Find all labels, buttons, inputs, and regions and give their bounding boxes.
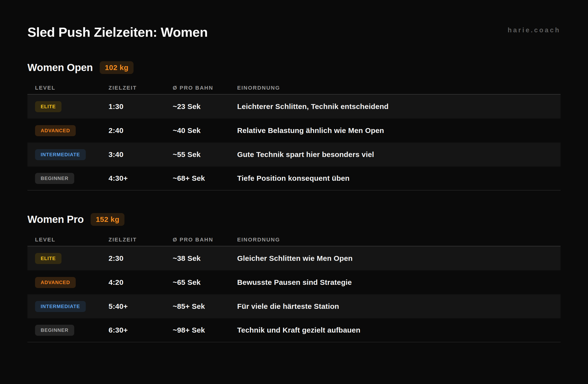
table-header-row: LEVEL ZIELZEIT Ø PRO BAHN EINORDNUNG — [27, 234, 561, 246]
column-header-level: LEVEL — [35, 85, 108, 91]
column-header-level: LEVEL — [35, 237, 108, 243]
section-title: Women Pro — [27, 214, 84, 225]
pro-bahn-value: ~40 Sek — [173, 126, 237, 135]
column-header-pro-bahn: Ø PRO BAHN — [173, 85, 237, 91]
section-head: Women Pro 152 kg — [27, 213, 561, 226]
einordnung-text: Für viele die härteste Station — [237, 302, 561, 310]
section-head: Women Open 102 kg — [27, 61, 561, 74]
table-row: ELITE 2:30 ~38 Sek Gleicher Schlitten wi… — [27, 246, 561, 270]
level-badge-elite: ELITE — [35, 101, 62, 112]
column-header-zielzeit: ZIELZEIT — [108, 85, 173, 91]
section-women-open: Women Open 102 kg LEVEL ZIELZEIT Ø PRO B… — [27, 61, 561, 191]
table-row: ADVANCED 4:20 ~65 Sek Bewusste Pausen si… — [27, 270, 561, 294]
pro-bahn-value: ~23 Sek — [173, 102, 237, 111]
table-header-row: LEVEL ZIELZEIT Ø PRO BAHN EINORDNUNG — [27, 82, 561, 95]
einordnung-text: Leichterer Schlitten, Technik entscheide… — [237, 102, 561, 111]
column-header-einordnung: EINORDNUNG — [237, 85, 561, 91]
pro-bahn-value: ~55 Sek — [173, 150, 237, 159]
einordnung-text: Relative Belastung ähnlich wie Men Open — [237, 126, 561, 135]
level-badge-elite: ELITE — [35, 253, 62, 264]
einordnung-text: Technik und Kraft gezielt aufbauen — [237, 326, 561, 334]
einordnung-text: Bewusste Pausen sind Strategie — [237, 278, 561, 286]
level-badge-intermediate: INTERMEDIATE — [35, 301, 86, 312]
table-row: INTERMEDIATE 5:40+ ~85+ Sek Für viele di… — [27, 294, 561, 318]
zielzeit-value: 3:40 — [108, 150, 173, 159]
section-title: Women Open — [27, 62, 93, 74]
page: Sled Push Zielzeiten: Women harie.coach … — [0, 0, 588, 342]
table-row: INTERMEDIATE 3:40 ~55 Sek Gute Technik s… — [27, 142, 561, 166]
zielzeit-value: 1:30 — [108, 102, 173, 111]
table-row: BEGINNER 4:30+ ~68+ Sek Tiefe Position k… — [27, 166, 561, 191]
pro-bahn-value: ~98+ Sek — [173, 326, 237, 334]
zielzeit-value: 6:30+ — [108, 326, 173, 334]
column-header-pro-bahn: Ø PRO BAHN — [173, 237, 237, 243]
pro-bahn-value: ~85+ Sek — [173, 302, 237, 310]
table-row: ADVANCED 2:40 ~40 Sek Relative Belastung… — [27, 119, 561, 142]
zielzeit-value: 4:30+ — [108, 174, 173, 182]
column-header-zielzeit: ZIELZEIT — [108, 237, 173, 243]
section-women-pro: Women Pro 152 kg LEVEL ZIELZEIT Ø PRO BA… — [27, 213, 561, 342]
pro-bahn-value: ~68+ Sek — [173, 174, 237, 182]
level-badge-advanced: ADVANCED — [35, 125, 76, 136]
zielzeit-value: 2:40 — [108, 126, 173, 135]
brand-logo: harie.coach — [508, 26, 561, 34]
column-header-einordnung: EINORDNUNG — [237, 237, 561, 243]
zielzeit-value: 4:20 — [108, 278, 173, 286]
pro-bahn-value: ~65 Sek — [173, 278, 237, 286]
zielzeit-value: 2:30 — [108, 254, 173, 263]
level-badge-beginner: BEGINNER — [35, 173, 74, 184]
einordnung-text: Gleicher Schlitten wie Men Open — [237, 254, 561, 263]
weight-badge: 102 kg — [100, 61, 133, 74]
table-row: BEGINNER 6:30+ ~98+ Sek Technik und Kraf… — [27, 318, 561, 342]
level-badge-beginner: BEGINNER — [35, 325, 74, 336]
page-title: Sled Push Zielzeiten: Women — [27, 24, 208, 40]
zielzeit-value: 5:40+ — [108, 302, 173, 310]
level-badge-intermediate: INTERMEDIATE — [35, 149, 86, 160]
targets-table: LEVEL ZIELZEIT Ø PRO BAHN EINORDNUNG ELI… — [27, 82, 561, 191]
einordnung-text: Gute Technik spart hier besonders viel — [237, 150, 561, 159]
table-row: ELITE 1:30 ~23 Sek Leichterer Schlitten,… — [27, 95, 561, 119]
targets-table: LEVEL ZIELZEIT Ø PRO BAHN EINORDNUNG ELI… — [27, 234, 561, 342]
einordnung-text: Tiefe Position konsequent üben — [237, 174, 561, 182]
weight-badge: 152 kg — [91, 213, 125, 226]
level-badge-advanced: ADVANCED — [35, 277, 76, 288]
page-header: Sled Push Zielzeiten: Women harie.coach — [27, 24, 561, 40]
pro-bahn-value: ~38 Sek — [173, 254, 237, 263]
